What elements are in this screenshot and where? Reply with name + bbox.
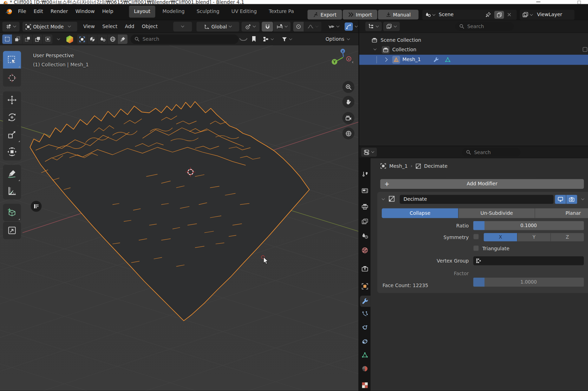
exclude-checkbox[interactable] <box>583 47 587 52</box>
transform-orientation-dropdown[interactable]: Global <box>196 22 239 32</box>
snap-toggle[interactable] <box>262 22 273 32</box>
mode-dropdown[interactable]: Object Mode <box>22 22 77 32</box>
tool-rotate[interactable] <box>3 109 21 126</box>
outliner-display-mode-dropdown[interactable] <box>383 22 400 31</box>
triangulate-checkbox[interactable] <box>473 245 479 251</box>
tab-material-icon[interactable] <box>361 365 368 372</box>
tab-collapse[interactable]: Collapse <box>382 208 458 218</box>
tab-object-icon[interactable] <box>361 283 368 290</box>
orthographic-toggle-button[interactable] <box>342 127 354 139</box>
outliner-row-collection[interactable]: Collection <box>359 45 588 55</box>
tab-world-icon[interactable] <box>361 247 368 254</box>
menu-file[interactable]: File <box>14 7 30 16</box>
select-mode-subtract-button[interactable] <box>22 34 32 44</box>
sphere-shading-button[interactable] <box>87 34 97 44</box>
properties-editor-dropdown[interactable] <box>361 148 377 157</box>
tab-collection-icon[interactable] <box>361 266 368 272</box>
brush-button[interactable] <box>118 34 128 44</box>
menu-object[interactable]: Object <box>138 22 162 32</box>
vertex-group-field[interactable] <box>473 256 584 265</box>
options-dropdown[interactable]: Options <box>326 34 350 44</box>
tab-physics-icon[interactable] <box>361 324 368 331</box>
select-mode-set-button[interactable] <box>2 34 12 44</box>
tab-constraints-icon[interactable] <box>361 338 368 345</box>
select-mode-extend-button[interactable] <box>12 34 22 44</box>
workspace-tab-uv-editing[interactable]: UV Editing <box>227 6 262 18</box>
curve-widget-icon[interactable] <box>239 38 247 42</box>
editor-type-dropdown[interactable] <box>2 22 19 32</box>
properties-search-input[interactable]: Search <box>462 148 521 157</box>
menu-select[interactable]: Select <box>99 22 121 32</box>
zoom-button[interactable] <box>342 81 354 93</box>
modifier-name-field[interactable]: Decimate <box>400 195 554 204</box>
display-realtime-toggle[interactable] <box>555 195 566 204</box>
panel-expand-chevron[interactable] <box>382 197 385 200</box>
tab-render-icon[interactable] <box>361 188 368 194</box>
ratio-slider[interactable]: 0.1000 <box>473 221 584 230</box>
add-modifier-button[interactable]: + Add Modifier <box>380 179 584 189</box>
adjust-dropdown[interactable] <box>173 22 192 32</box>
pivot-point-dropdown[interactable] <box>242 22 260 32</box>
gizmos-dropdown[interactable] <box>344 22 359 32</box>
tool-move[interactable] <box>3 91 21 108</box>
mesh-data-icon[interactable] <box>445 57 451 62</box>
tool-measure[interactable] <box>3 182 21 199</box>
manual-button[interactable]: Manual <box>378 10 418 20</box>
tab-texture-icon[interactable] <box>361 382 368 389</box>
workspace-tab-modeling[interactable]: Modeling <box>158 6 190 18</box>
tab-planar[interactable]: Planar <box>535 208 588 218</box>
tab-particles-icon[interactable] <box>361 311 368 317</box>
scene-type-dropdown[interactable] <box>425 12 436 18</box>
modifier-extras-chevron[interactable] <box>581 197 584 200</box>
object-visibility-dropdown[interactable] <box>325 22 343 32</box>
export-button[interactable]: Export <box>307 10 342 20</box>
expand-chevron-icon[interactable] <box>383 58 387 62</box>
filter-dropdown[interactable] <box>278 34 295 44</box>
terrain-mesh-object[interactable] <box>30 101 309 321</box>
sidebar-toggle-arrow[interactable]: ‹ <box>352 60 355 65</box>
modifier-wrench-icon[interactable] <box>433 57 439 62</box>
tool-cursor[interactable] <box>3 69 21 86</box>
tab-tool-icon[interactable] <box>362 171 368 178</box>
outliner-row-scene-collection[interactable]: Scene Collection <box>359 35 588 45</box>
proportional-falloff-dropdown[interactable] <box>304 22 321 32</box>
world-filter-button[interactable] <box>107 34 117 44</box>
menu-edit[interactable]: Edit <box>30 7 47 16</box>
tab-output-icon[interactable] <box>361 204 368 210</box>
menu-add[interactable]: Add <box>121 22 138 32</box>
material-preview-icon[interactable] <box>65 35 74 44</box>
axis-z-button[interactable]: Z <box>550 233 584 241</box>
camera-view-button[interactable] <box>342 112 354 124</box>
window-maximize-button[interactable] <box>577 1 581 4</box>
proportional-editing-toggle[interactable] <box>293 22 304 32</box>
outliner-editor-dropdown[interactable] <box>365 22 382 31</box>
tool-annotate[interactable] <box>3 165 21 182</box>
menu-help[interactable]: Help <box>98 7 117 16</box>
new-scene-button[interactable] <box>494 11 504 19</box>
bookmark-icon[interactable] <box>251 35 256 42</box>
tool-select-box[interactable] <box>3 51 21 68</box>
display-render-toggle[interactable] <box>566 195 577 204</box>
menu-window[interactable]: Window <box>72 7 98 16</box>
viewlayer-name[interactable]: ViewLayer <box>537 12 562 17</box>
tool-extrude[interactable] <box>3 222 21 239</box>
pin-icon[interactable] <box>485 12 491 18</box>
menu-render[interactable]: Render <box>47 7 72 16</box>
pan-button[interactable] <box>342 96 354 108</box>
window-minimize-button[interactable] <box>536 1 541 2</box>
menu-view[interactable]: View <box>79 22 98 32</box>
tab-viewlayer-icon[interactable] <box>361 218 368 224</box>
chevron-down-icon[interactable] <box>57 37 60 40</box>
blender-logo-icon[interactable] <box>5 8 13 16</box>
viewlayer-dropdown[interactable] <box>522 12 533 18</box>
scene-filter-button[interactable] <box>98 34 107 44</box>
axis-x-button[interactable]: X <box>484 233 517 241</box>
workspace-tab-texture-paint[interactable]: Texture Pa <box>264 6 299 18</box>
workspace-tab-layout[interactable]: Layout <box>129 6 155 18</box>
expand-chevron-icon[interactable] <box>373 47 377 50</box>
tab-unsubdivide[interactable]: Un-Subdivide <box>458 208 535 218</box>
axis-y-button[interactable]: Y <box>517 233 550 241</box>
breadcrumb-object[interactable]: Mesh_1 <box>389 163 407 169</box>
symmetry-checkbox[interactable] <box>473 234 479 239</box>
hierarchy-dropdown[interactable] <box>260 34 277 44</box>
